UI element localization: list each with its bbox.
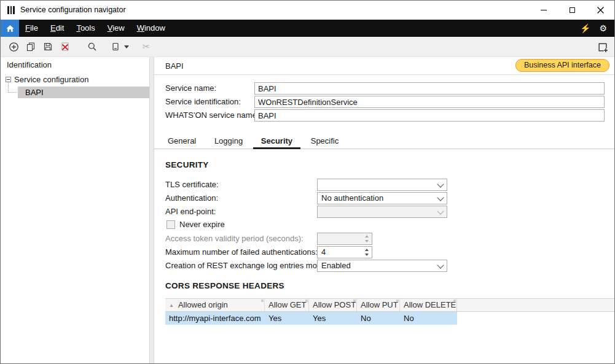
gear-icon[interactable]: ⚙ [599, 24, 607, 33]
menu-tools[interactable]: Tools [70, 20, 101, 37]
spinner-buttons [362, 233, 372, 244]
api-endpoint-label: API end-point: [165, 206, 216, 218]
delete-button[interactable] [58, 40, 72, 53]
add-button[interactable] [7, 40, 20, 53]
minimize-button[interactable] [530, 1, 558, 20]
rest-log-mode-label: Creation of REST exchange log entries mo… [165, 260, 328, 272]
copy-icon [26, 42, 36, 52]
add-window-button[interactable] [596, 41, 609, 54]
column-header-allow-post[interactable]: Allow POST [309, 299, 357, 311]
app-window: Service configuration navigator File Edi… [0, 0, 615, 364]
menu-view[interactable]: View [101, 20, 131, 37]
detail-panel: BAPI Business API interface Service name… [154, 57, 614, 363]
cell-allow-post: Yes [309, 312, 357, 325]
cors-heading: CORS RESPONSE HEADERS [165, 281, 284, 290]
tree-node-bapi[interactable]: BAPI [18, 87, 149, 98]
max-failed-auth-label: Maximum number of failed authentications… [165, 246, 318, 258]
tree-connector-horizontal [8, 92, 17, 93]
service-name-input[interactable] [254, 82, 605, 95]
spin-up-icon[interactable] [362, 233, 372, 239]
cell-filler [457, 312, 615, 325]
tree-node-label: Service configuration [14, 74, 88, 85]
service-identification-label: Service identification: [165, 96, 241, 108]
content-area: Identification Service configuration BAP… [1, 57, 614, 363]
spin-down-icon[interactable] [362, 252, 372, 258]
title-bar: Service configuration navigator [1, 1, 614, 20]
menu-bar: File Edit Tools View Window ⚡ ⚙ [1, 20, 614, 37]
never-expire-checkbox[interactable] [166, 220, 175, 229]
api-endpoint-select[interactable] [317, 206, 447, 218]
column-header-allow-get[interactable]: Allow GET [265, 299, 309, 311]
chevron-down-icon [435, 193, 447, 204]
menubar-right-icons: ⚡ ⚙ [580, 20, 614, 37]
whatson-service-name-input[interactable] [254, 109, 605, 122]
cors-table: ▲Allowed origin Allow GET Allow POST All… [165, 298, 615, 325]
rest-log-mode-select[interactable]: Enabled [317, 260, 447, 272]
page-title: BAPI [165, 61, 184, 71]
tree-connector-vertical [8, 83, 9, 92]
authentication-select[interactable]: No authentication [317, 192, 447, 204]
service-identification-input[interactable] [254, 96, 605, 108]
lightning-icon[interactable]: ⚡ [580, 24, 590, 33]
menu-window[interactable]: Window [131, 20, 171, 37]
cors-table-header: ▲Allowed origin Allow GET Allow POST All… [165, 298, 615, 312]
cell-allow-put: No [357, 312, 400, 325]
home-button[interactable] [1, 20, 19, 37]
search-icon [87, 42, 97, 52]
chevron-down-icon [435, 206, 447, 217]
identification-panel: Identification Service configuration BAP… [1, 57, 149, 363]
add-icon [9, 42, 19, 52]
spin-up-icon[interactable] [362, 247, 372, 252]
column-header-filler [457, 299, 615, 311]
collapse-expander-icon[interactable] [6, 77, 11, 82]
chevron-down-icon [124, 45, 129, 48]
maximize-button[interactable] [558, 1, 586, 20]
security-heading: SECURITY [165, 160, 209, 169]
tab-logging[interactable]: Logging [206, 134, 251, 149]
select-value: Enabled [321, 260, 434, 271]
cell-allowed-origin: http://myapi-interface.com [165, 312, 265, 325]
app-logo-icon [7, 6, 16, 14]
spinner-value: 4 [321, 247, 361, 258]
save-button[interactable] [41, 40, 55, 53]
column-header-allow-put[interactable]: Allow PUT [357, 299, 400, 311]
copy-button[interactable] [24, 40, 37, 53]
add-window-icon [598, 42, 608, 53]
toolbar: ✂ [1, 37, 614, 57]
cut-button[interactable]: ✂ [139, 40, 153, 53]
menu-edit[interactable]: Edit [44, 20, 70, 37]
delete-icon [60, 42, 70, 52]
menu-file[interactable]: File [19, 20, 44, 37]
header-divider [154, 74, 614, 75]
panel-splitter[interactable] [149, 57, 154, 363]
panel-header: Identification [7, 60, 52, 69]
tab-security[interactable]: Security [253, 134, 300, 149]
tree-node-service-configuration[interactable]: Service configuration [1, 74, 149, 85]
device-button[interactable] [109, 40, 122, 53]
table-row[interactable]: http://myapi-interface.com Yes Yes No No [165, 312, 615, 325]
tree-node-label: BAPI [25, 87, 44, 98]
tab-general[interactable]: General [160, 134, 204, 149]
tls-certificate-label: TLS certificate: [165, 179, 219, 191]
window-controls [530, 1, 614, 20]
column-header-allowed-origin[interactable]: ▲Allowed origin [165, 299, 265, 311]
tab-specific[interactable]: Specific [303, 134, 347, 149]
spin-down-icon[interactable] [362, 239, 372, 244]
never-expire-label: Never expire [179, 219, 225, 230]
close-icon [597, 7, 604, 14]
spinner-buttons [362, 247, 372, 258]
tls-certificate-select[interactable] [317, 179, 447, 191]
chevron-down-icon [435, 179, 447, 190]
column-header-allow-delete[interactable]: Allow DELETE [400, 299, 457, 311]
device-dropdown-button[interactable] [122, 40, 130, 53]
minimize-icon [541, 10, 547, 10]
tab-strip: General Logging Security Specific [154, 134, 614, 149]
access-token-validity-spinner[interactable] [317, 233, 372, 245]
window-title: Service configuration navigator [20, 1, 126, 20]
search-button[interactable] [85, 40, 99, 53]
access-token-validity-label: Access token validity period (seconds): [165, 233, 304, 245]
close-button[interactable] [586, 1, 614, 20]
authentication-label: Authentication: [165, 192, 218, 204]
chevron-down-icon [435, 260, 447, 271]
max-failed-auth-spinner[interactable]: 4 [317, 246, 372, 258]
